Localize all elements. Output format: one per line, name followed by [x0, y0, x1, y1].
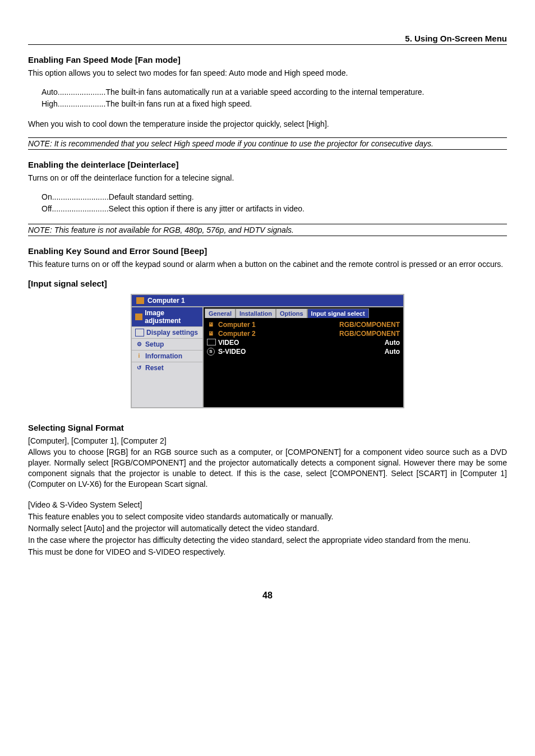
sidebar-item-label: Reset [145, 364, 164, 372]
deint-def-off: Off .......................... Select th… [41, 203, 507, 215]
tab-input-signal-select[interactable]: Input signal select [307, 308, 369, 318]
sidebar-item-label: Image adjustment [145, 309, 199, 325]
deint-title: Enabling the deinterlace [Deinterlace] [28, 160, 507, 169]
computer-icon [136, 297, 144, 304]
fan-definitions: Auto ...................... The built-in… [41, 86, 507, 110]
signal-sub1: [Computer], [Computer 1], [Computer 2] [28, 436, 507, 446]
osd-main: General Installation Options Input signa… [204, 307, 403, 407]
row-label: VIDEO [218, 339, 239, 347]
tab-general[interactable]: General [205, 308, 236, 318]
row-value: RGB/COMPONENT [339, 321, 400, 329]
info-icon: i [135, 353, 143, 359]
osd-screenshot: Computer 1 Image adjustment Display sett… [28, 294, 507, 408]
osd-row-computer1[interactable]: 🖥Computer 1 RGB/COMPONENT [207, 320, 400, 329]
osd-row-svideo[interactable]: SS-VIDEO Auto [207, 347, 400, 356]
def-dots: .......................... [52, 203, 108, 215]
def-dots: .......................... [52, 191, 109, 203]
def-dots: ...................... [58, 98, 106, 110]
image-adjustment-icon [135, 314, 142, 320]
fan-note: NOTE: It is recommended that you select … [28, 137, 507, 150]
def-term: Off [41, 203, 52, 215]
sidebar-item-reset[interactable]: ↺ Reset [132, 362, 202, 374]
svideo-icon: S [207, 348, 215, 356]
sidebar-item-setup[interactable]: ⚙ Setup [132, 339, 202, 351]
osd-titlebar: Computer 1 [131, 294, 404, 306]
deint-definitions: On .......................... Default st… [41, 191, 507, 215]
fan-def-auto: Auto ...................... The built-in… [41, 86, 507, 98]
row-label: Computer 1 [218, 321, 256, 329]
signal-p2a: This feature enables you to select compo… [28, 511, 507, 522]
sidebar-item-image-adjustment[interactable]: Image adjustment [132, 307, 202, 327]
osd-row-computer2[interactable]: 🖥Computer 2 RGB/COMPONENT [207, 329, 400, 338]
signal-p2b: Normally select [Auto] and the projector… [28, 523, 507, 534]
row-value: RGB/COMPONENT [339, 330, 400, 338]
input-select-heading: [Input signal select] [28, 279, 507, 288]
sidebar-item-information[interactable]: i Information [132, 351, 202, 362]
beep-title: Enabling Key Sound and Error Sound [Beep… [28, 246, 507, 256]
beep-text: This feature turns on or off the keypad … [28, 259, 507, 270]
osd-row-video[interactable]: VIDEO Auto [207, 338, 400, 347]
signal-p2c: In the case where the projector has diff… [28, 535, 507, 546]
monitor-icon: 🖥 [207, 321, 215, 328]
signal-p1: Allows you to choose [RGB] for an RGB so… [28, 447, 507, 490]
deint-intro: Turns on or off the deinterlace function… [28, 173, 507, 183]
signal-p2d: This must be done for VIDEO and S-VIDEO … [28, 547, 507, 557]
tab-options[interactable]: Options [276, 308, 307, 318]
sidebar-item-label: Display settings [146, 329, 198, 336]
osd-sidebar: Image adjustment Display settings ⚙ Setu… [132, 307, 204, 407]
fan-def-high: High ...................... The built-in… [41, 98, 507, 110]
def-desc: Select this option if there is any jitte… [109, 203, 305, 215]
signal-sub2: [Video & S-Video System Select] [28, 500, 507, 510]
display-settings-icon [135, 329, 144, 336]
sidebar-item-label: Information [145, 352, 182, 360]
deint-def-on: On .......................... Default st… [41, 191, 507, 203]
def-desc: The built-in fans automatically run at a… [105, 86, 424, 98]
def-term: On [41, 191, 52, 203]
def-desc: Default standard setting. [109, 191, 194, 203]
def-desc: The built-in fans run at a fixed high sp… [105, 98, 252, 110]
fan-title: Enabling Fan Speed Mode [Fan mode] [28, 55, 507, 64]
def-term: Auto [41, 86, 58, 98]
setup-icon: ⚙ [135, 341, 143, 348]
row-value: Auto [385, 339, 400, 347]
chapter-title: 5. Using On-Screen Menu [405, 34, 507, 43]
osd-tabs: General Installation Options Input signa… [204, 307, 403, 318]
fan-intro: This option allows you to select two mod… [28, 68, 507, 79]
reset-icon: ↺ [135, 365, 143, 371]
osd-content: 🖥Computer 1 RGB/COMPONENT 🖥Computer 2 RG… [204, 318, 403, 382]
osd-title: Computer 1 [147, 297, 185, 305]
deint-note: NOTE: This feature is not available for … [28, 224, 507, 236]
monitor-icon: 🖥 [207, 330, 215, 336]
sidebar-item-label: Setup [145, 340, 164, 348]
osd-window: Computer 1 Image adjustment Display sett… [131, 294, 404, 408]
def-dots: ...................... [58, 86, 106, 98]
osd-body: Image adjustment Display settings ⚙ Setu… [131, 306, 404, 408]
page-number: 48 [28, 591, 507, 601]
row-value: Auto [385, 348, 400, 356]
fan-after: When you wish to cool down the temperatu… [28, 119, 507, 130]
row-label: S-VIDEO [218, 348, 246, 356]
video-icon [207, 339, 215, 347]
page: 5. Using On-Screen Menu Enabling Fan Spe… [0, 0, 535, 623]
tab-installation[interactable]: Installation [236, 308, 276, 318]
def-term: High [41, 98, 58, 110]
chapter-header: 5. Using On-Screen Menu [28, 34, 507, 45]
sidebar-item-display-settings[interactable]: Display settings [132, 327, 202, 339]
signal-title: Selecting Signal Format [28, 423, 507, 432]
row-label: Computer 2 [218, 330, 256, 338]
sidebar-filler [132, 374, 202, 407]
